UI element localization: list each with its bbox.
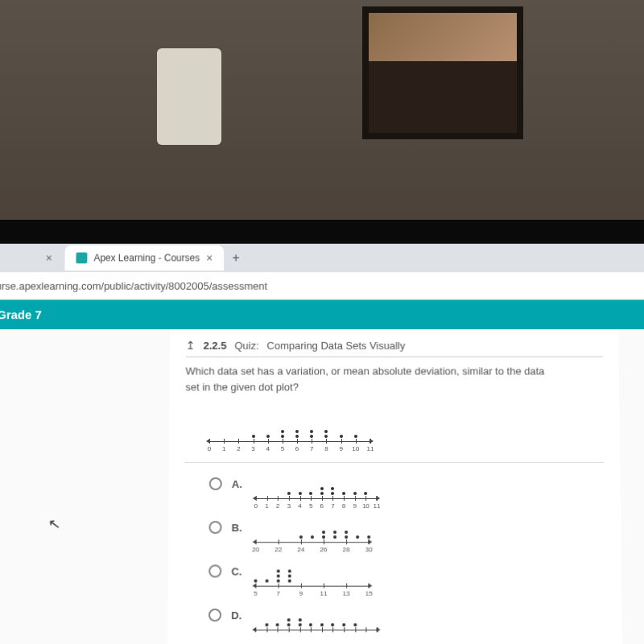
address-bar[interactable]: urse.apexlearning.com/public/activity/80… [0, 272, 644, 299]
new-tab-button[interactable]: + [225, 251, 246, 266]
question-line-1: Which data set has a variation, or mean … [185, 364, 603, 379]
option-label-c: C. [231, 565, 246, 577]
option-a[interactable]: A. 01234567891011 [209, 474, 605, 498]
tab-title: Apex Learning - Courses [93, 253, 200, 264]
option-label-a: A. [232, 478, 246, 490]
option-b[interactable]: B. 202224262830 [208, 518, 605, 542]
light-switch-plate [157, 48, 221, 145]
apex-favicon [76, 253, 88, 264]
browser-tab-inactive[interactable]: × [35, 246, 64, 270]
option-label-b: B. [232, 522, 246, 534]
dotplot-a: 01234567891011 [256, 474, 377, 498]
quiz-label: Quiz: [234, 339, 258, 351]
option-d[interactable]: D. [208, 605, 606, 630]
radio-c[interactable] [208, 564, 221, 577]
radio-d[interactable] [208, 609, 221, 621]
dotplot-b: 202224262830 [256, 518, 369, 542]
option-c[interactable]: C. 579111315 [208, 561, 605, 585]
content-area: ↥ 2.2.5 Quiz: Comparing Data Sets Visual… [0, 329, 644, 644]
given-dot-plot: 01234567891011 [185, 409, 604, 462]
radio-a[interactable] [209, 477, 222, 490]
browser-tab-active[interactable]: Apex Learning - Courses × [65, 246, 225, 270]
course-header-bar: Grade 7 [0, 300, 644, 330]
quiz-breadcrumb[interactable]: ↥ 2.2.5 Quiz: Comparing Data Sets Visual… [186, 339, 603, 357]
quiz-number: 2.2.5 [204, 339, 227, 351]
wall-picture-frame [362, 6, 523, 139]
url-text: urse.apexlearning.com/public/activity/80… [0, 280, 267, 292]
mouse-cursor-icon: ↖ [47, 514, 62, 534]
question-text: Which data set has a variation, or mean … [185, 357, 603, 409]
return-arrow-icon[interactable]: ↥ [186, 339, 196, 352]
quiz-title: Comparing Data Sets Visually [267, 339, 406, 351]
dotplot-d [255, 605, 377, 630]
picture-content [369, 13, 517, 61]
close-icon[interactable]: × [46, 252, 52, 265]
laptop-screen: × Apex Learning - Courses × + urse.apexl… [0, 244, 644, 644]
answer-options: A. 01234567891011 B. 202224262830 C. 579… [184, 474, 606, 630]
dotplot-c: 579111315 [255, 561, 369, 585]
browser-tab-strip: × Apex Learning - Courses × + [0, 244, 644, 272]
question-line-2: set in the given dot plot? [185, 379, 603, 394]
room-background [0, 0, 644, 242]
laptop-bezel: × Apex Learning - Courses × + urse.apexl… [0, 220, 644, 644]
divider [185, 462, 604, 463]
quiz-panel: ↥ 2.2.5 Quiz: Comparing Data Sets Visual… [167, 329, 623, 644]
option-label-d: D. [231, 609, 246, 621]
close-icon[interactable]: × [206, 252, 213, 265]
radio-b[interactable] [208, 521, 221, 534]
course-title: Grade 7 [0, 308, 42, 321]
